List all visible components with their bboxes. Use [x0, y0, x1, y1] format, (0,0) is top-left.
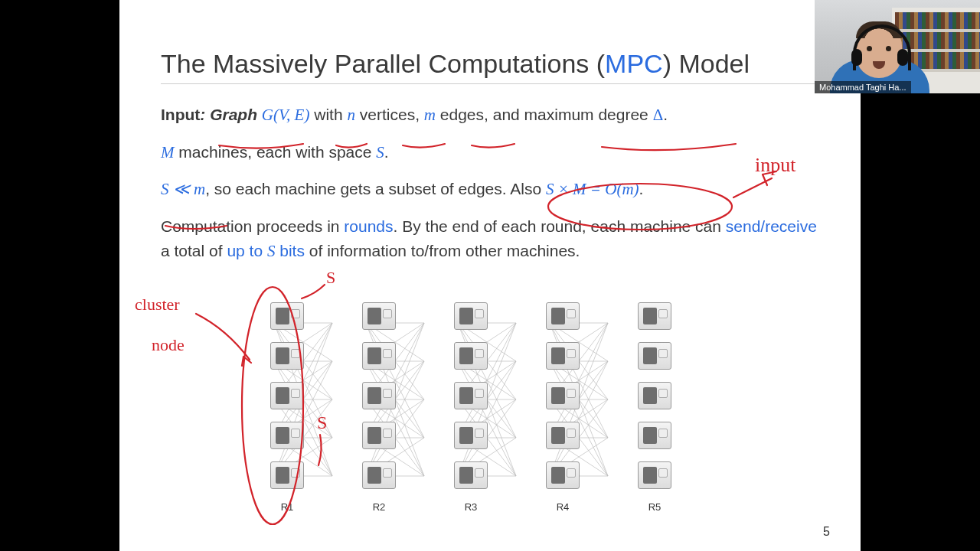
machine-node [362, 302, 396, 330]
slide-body: Input: Graph G(V, E) with n vertices, m … [161, 103, 819, 264]
machine-node [270, 422, 304, 449]
line-rounds: Computation proceeds in rounds. By the e… [161, 214, 819, 264]
column-label: R2 [333, 501, 425, 513]
title-em: MPC [605, 49, 663, 78]
page-number: 5 [823, 525, 830, 539]
title-pre: The Massively Parallel Computations ( [161, 49, 605, 78]
cluster-column: R4 [517, 302, 609, 532]
anno-node: node [152, 335, 185, 354]
machine-node [454, 342, 488, 370]
machine-node [638, 461, 671, 489]
machine-node [270, 302, 304, 330]
machine-node [270, 461, 304, 489]
machine-node [362, 422, 396, 449]
machine-node [638, 302, 671, 330]
line-machines: M machines, each with space S. [161, 140, 819, 165]
slide-title: The Massively Parallel Computations (MPC… [161, 49, 819, 84]
machine-node [546, 461, 580, 489]
title-post: ) Model [663, 49, 750, 78]
column-label: R5 [609, 501, 701, 513]
line-input: Input: Graph G(V, E) with n vertices, m … [161, 103, 819, 128]
webcam-name: Mohammad Taghi Ha... [815, 81, 911, 93]
cluster-column: R2 [333, 302, 425, 532]
machine-node [638, 422, 671, 449]
machine-node [270, 342, 304, 370]
column-label: R3 [425, 501, 517, 513]
machine-node [454, 461, 488, 489]
anno-s-top: S [326, 268, 335, 287]
column-label: R1 [241, 501, 333, 513]
machine-node [454, 422, 488, 449]
cluster-diagram: R1R2R3R4R5 [219, 302, 770, 532]
machine-node [546, 342, 580, 370]
machine-node [546, 382, 580, 409]
cluster-column: R3 [425, 302, 517, 532]
machine-node [454, 382, 488, 409]
machine-node [546, 422, 580, 449]
webcam-thumbnail[interactable]: Mohammad Taghi Ha... [815, 0, 980, 93]
column-label: R4 [517, 501, 609, 513]
machine-node [546, 302, 580, 330]
machine-node [638, 382, 671, 409]
line-space: S ≪ m, so each machine gets a subset of … [161, 177, 819, 202]
machine-node [638, 342, 671, 370]
anno-cluster: cluster [135, 295, 180, 314]
machine-node [362, 382, 396, 409]
machine-node [362, 342, 396, 370]
machine-node [270, 382, 304, 409]
slide: The Massively Parallel Computations (MPC… [119, 0, 861, 551]
cluster-column: R1 [241, 302, 333, 532]
cluster-column: R5 [609, 302, 701, 532]
machine-node [362, 461, 396, 489]
machine-node [454, 302, 488, 330]
